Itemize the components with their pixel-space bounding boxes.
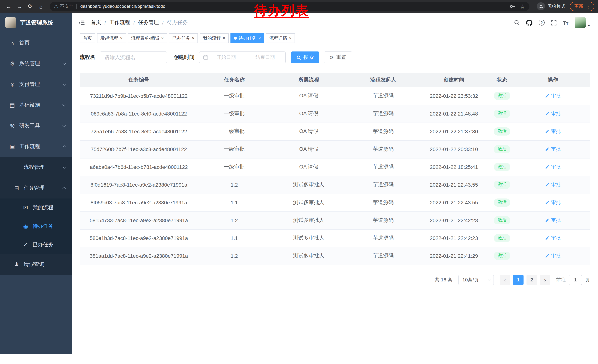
goto-page-input[interactable]: [569, 275, 582, 285]
tag-item[interactable]: 首页: [80, 33, 95, 43]
page-number-button[interactable]: 1: [513, 275, 523, 285]
range-separator: -: [244, 55, 247, 60]
sidebar-item[interactable]: ◉ 待办任务: [0, 217, 72, 235]
tag-item[interactable]: 流程详情 ×: [266, 33, 295, 43]
update-button[interactable]: 更新 ⋮: [570, 2, 594, 11]
breadcrumb-item[interactable]: / 待办任务: [162, 19, 188, 26]
approve-link[interactable]: 审批: [545, 217, 561, 224]
start-date-placeholder: 开始日期: [210, 54, 243, 61]
reset-button[interactable]: ⟳ 重置: [324, 51, 352, 63]
collapse-sidebar-icon[interactable]: [79, 19, 85, 26]
github-icon[interactable]: [526, 19, 532, 26]
user-menu[interactable]: ▼: [575, 17, 590, 28]
status-cell: 激活: [488, 176, 516, 194]
sidebar-item[interactable]: ✓ 已办任务: [0, 235, 72, 254]
process-cell: 测试多审批人: [270, 229, 347, 247]
back-icon[interactable]: ←: [4, 1, 14, 11]
annotation-overlay: 待办列表: [254, 2, 309, 19]
app-logo[interactable]: 芋道管理系统: [0, 13, 72, 32]
sidebar-item[interactable]: ▤ 基础设施: [0, 95, 72, 115]
sidebar-item[interactable]: ⊟ 任务管理: [0, 178, 72, 198]
initiator-cell: 芋道源码: [347, 105, 419, 122]
browser-home-icon[interactable]: ⌂: [36, 1, 46, 11]
forward-icon[interactable]: →: [15, 1, 25, 11]
top-bar: 首页 / 工作流程 / 任务管理 / 待办任务: [72, 13, 598, 32]
approve-link[interactable]: 审批: [545, 146, 561, 153]
avatar: [575, 17, 586, 28]
create-time-label: 创建时间: [174, 54, 194, 61]
sidebar-item[interactable]: ≣ 流程管理: [0, 157, 72, 178]
main-area: 首页 / 工作流程 / 任务管理 / 待办任务: [72, 13, 598, 364]
tools-icon: ⚒: [8, 122, 16, 129]
col-created: 创建时间: [419, 73, 488, 87]
status-badge: 激活: [494, 110, 510, 118]
status-cell: 激活: [488, 247, 516, 265]
status-badge: 激活: [494, 252, 510, 260]
tag-close-icon[interactable]: ×: [161, 36, 164, 40]
bookmark-star-icon[interactable]: ☆: [520, 4, 525, 9]
breadcrumb-item[interactable]: / 工作流程: [105, 19, 130, 26]
approve-link[interactable]: 审批: [545, 110, 561, 117]
search-icon[interactable]: [514, 20, 520, 25]
process-cell: OA 请假: [270, 105, 347, 122]
approve-link[interactable]: 审批: [545, 128, 561, 135]
approve-link[interactable]: 审批: [545, 181, 561, 188]
text-size-icon[interactable]: TT: [563, 19, 569, 26]
browser-menu-icon[interactable]: ⋮: [586, 4, 590, 9]
process-name-input[interactable]: [100, 51, 167, 63]
reload-icon[interactable]: ⟳: [25, 1, 35, 11]
tag-close-icon[interactable]: ×: [120, 36, 123, 40]
status-cell: 激活: [488, 211, 516, 229]
key-icon[interactable]: [510, 4, 515, 9]
created-cell: 2022-01-22 18:25:41: [419, 158, 488, 176]
tag-item[interactable]: 待办任务 ×: [231, 33, 264, 43]
initiator-cell: 芋道源码: [347, 140, 419, 158]
initiator-cell: 芋道源码: [347, 211, 419, 229]
sidebar-item[interactable]: ⚒ 研发工具: [0, 115, 72, 136]
screen: 待办列表 ← → ⟳ ⌂ ⚠ 不安全 dashboard.yudao.iocod…: [0, 0, 598, 364]
sidebar-item[interactable]: ✉ 我的流程: [0, 198, 72, 217]
workflow-icon: ▣: [8, 143, 16, 150]
tag-close-icon[interactable]: ×: [223, 36, 225, 40]
task-name-cell: 1.1: [198, 194, 270, 211]
search-button[interactable]: 搜索: [291, 51, 319, 63]
tag-close-icon[interactable]: ×: [192, 36, 194, 40]
breadcrumb-item[interactable]: / 任务管理: [133, 19, 159, 26]
approve-link[interactable]: 审批: [545, 164, 561, 170]
sidebar-item[interactable]: ♟ 请假查询: [0, 254, 72, 275]
page-number-button[interactable]: 2: [526, 275, 537, 285]
sidebar-item[interactable]: ▣ 工作流程: [0, 136, 72, 157]
tag-close-icon[interactable]: ×: [258, 36, 261, 40]
created-cell: 2022-01-21 22:42:23: [419, 229, 488, 247]
action-cell: 审批: [516, 247, 590, 265]
chevron-icon: [62, 61, 66, 65]
tag-item[interactable]: 流程表单-编辑 ×: [128, 33, 167, 43]
end-date-placeholder: 结束日期: [249, 54, 282, 61]
date-range-picker[interactable]: 开始日期 - 结束日期: [199, 51, 286, 63]
fullscreen-icon[interactable]: [551, 20, 556, 25]
sidebar-item[interactable]: ⚙ 系统管理: [0, 53, 72, 74]
table-row: 58154733-7ac8-11ec-a9e2-a2380e71991a 1.2…: [80, 211, 590, 229]
user-icon: ♟: [13, 261, 21, 268]
next-page-button[interactable]: ›: [540, 275, 550, 285]
col-action: 操作: [516, 73, 590, 87]
sidebar-item[interactable]: ¥ 支付管理: [0, 74, 72, 95]
task-name-cell: 1.2: [198, 211, 270, 229]
tag-close-icon[interactable]: ×: [289, 36, 291, 40]
task-icon: ⊟: [13, 185, 21, 191]
breadcrumb-item[interactable]: 首页: [91, 19, 101, 26]
sidebar-item[interactable]: ⌂ 首页: [0, 32, 72, 53]
approve-link[interactable]: 审批: [545, 199, 561, 206]
page-size-select[interactable]: 10条/页: [458, 275, 494, 285]
help-icon[interactable]: ?: [539, 20, 545, 25]
approve-link[interactable]: 审批: [545, 252, 561, 259]
created-cell: 2022-01-22 21:37:30: [419, 122, 488, 140]
todo-task-table: 任务编号 任务名称 所属流程 流程发起人 创建时间 状态 操作 73211d9d…: [80, 73, 590, 265]
approve-link[interactable]: 审批: [545, 235, 561, 242]
tag-item[interactable]: 发起流程 ×: [97, 33, 126, 43]
payment-icon: ¥: [8, 81, 16, 88]
tag-item[interactable]: 我的流程 ×: [200, 33, 229, 43]
approve-link[interactable]: 审批: [545, 93, 561, 99]
tag-item[interactable]: 已办任务 ×: [169, 33, 198, 43]
prev-page-button[interactable]: ‹: [500, 275, 510, 285]
